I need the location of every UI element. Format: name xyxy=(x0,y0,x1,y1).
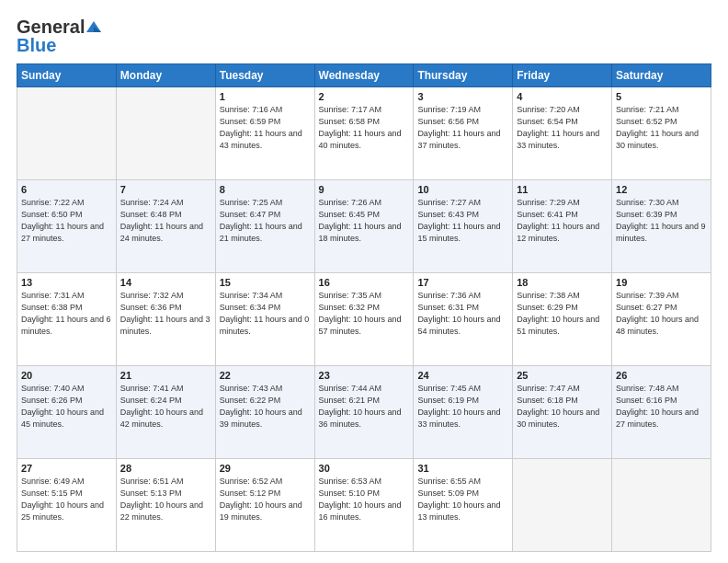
day-number: 23 xyxy=(319,370,410,381)
day-info: Sunrise: 7:41 AM Sunset: 6:24 PM Dayligh… xyxy=(120,383,211,431)
day-number: 1 xyxy=(220,91,311,102)
col-wednesday: Wednesday xyxy=(314,64,414,87)
day-number: 10 xyxy=(417,184,508,195)
day-number: 4 xyxy=(517,91,608,102)
calendar-day-cell: 8Sunrise: 7:25 AM Sunset: 6:47 PM Daylig… xyxy=(215,180,314,273)
day-number: 18 xyxy=(517,277,608,288)
day-number: 25 xyxy=(517,370,608,381)
header: General Blue xyxy=(17,17,711,54)
calendar-day-cell: 10Sunrise: 7:27 AM Sunset: 6:43 PM Dayli… xyxy=(414,180,513,273)
calendar-day-cell: 5Sunrise: 7:21 AM Sunset: 6:52 PM Daylig… xyxy=(612,87,711,180)
day-number: 13 xyxy=(21,277,112,288)
day-info: Sunrise: 7:22 AM Sunset: 6:50 PM Dayligh… xyxy=(21,197,112,245)
day-info: Sunrise: 7:32 AM Sunset: 6:36 PM Dayligh… xyxy=(120,290,211,338)
day-info: Sunrise: 7:30 AM Sunset: 6:39 PM Dayligh… xyxy=(616,197,707,245)
calendar-day-cell: 4Sunrise: 7:20 AM Sunset: 6:54 PM Daylig… xyxy=(513,87,612,180)
page: General Blue Sunday Monday Tuesday Wedne… xyxy=(0,0,728,563)
calendar-day-cell: 19Sunrise: 7:39 AM Sunset: 6:27 PM Dayli… xyxy=(612,273,711,366)
calendar-day-cell: 29Sunrise: 6:52 AM Sunset: 5:12 PM Dayli… xyxy=(215,459,314,552)
day-info: Sunrise: 7:45 AM Sunset: 6:19 PM Dayligh… xyxy=(417,383,508,431)
day-info: Sunrise: 7:29 AM Sunset: 6:41 PM Dayligh… xyxy=(517,197,608,245)
logo-line2: Blue xyxy=(17,36,56,54)
calendar-day-cell: 25Sunrise: 7:47 AM Sunset: 6:18 PM Dayli… xyxy=(513,366,612,459)
calendar-day-cell: 23Sunrise: 7:44 AM Sunset: 6:21 PM Dayli… xyxy=(314,366,414,459)
calendar-day-cell: 12Sunrise: 7:30 AM Sunset: 6:39 PM Dayli… xyxy=(612,180,711,273)
day-number: 6 xyxy=(21,184,112,195)
day-number: 16 xyxy=(319,277,410,288)
calendar-table: Sunday Monday Tuesday Wednesday Thursday… xyxy=(17,63,711,552)
calendar-day-cell: 1Sunrise: 7:16 AM Sunset: 6:59 PM Daylig… xyxy=(215,87,314,180)
day-number: 15 xyxy=(220,277,311,288)
day-number: 17 xyxy=(417,277,508,288)
day-number: 5 xyxy=(616,91,707,102)
day-info: Sunrise: 7:39 AM Sunset: 6:27 PM Dayligh… xyxy=(616,290,707,338)
day-number: 29 xyxy=(220,463,311,474)
day-number: 31 xyxy=(417,463,508,474)
day-info: Sunrise: 7:19 AM Sunset: 6:56 PM Dayligh… xyxy=(417,104,508,152)
day-number: 26 xyxy=(616,370,707,381)
day-number: 24 xyxy=(417,370,508,381)
col-tuesday: Tuesday xyxy=(215,64,314,87)
day-info: Sunrise: 7:27 AM Sunset: 6:43 PM Dayligh… xyxy=(417,197,508,245)
calendar-day-cell: 30Sunrise: 6:53 AM Sunset: 5:10 PM Dayli… xyxy=(314,459,414,552)
day-info: Sunrise: 6:55 AM Sunset: 5:09 PM Dayligh… xyxy=(417,476,508,523)
calendar-day-cell: 6Sunrise: 7:22 AM Sunset: 6:50 PM Daylig… xyxy=(17,180,117,273)
calendar-day-cell: 20Sunrise: 7:40 AM Sunset: 6:26 PM Dayli… xyxy=(17,366,117,459)
calendar-day-cell: 16Sunrise: 7:35 AM Sunset: 6:32 PM Dayli… xyxy=(314,273,414,366)
calendar-day-cell xyxy=(612,459,711,552)
calendar-day-cell: 13Sunrise: 7:31 AM Sunset: 6:38 PM Dayli… xyxy=(17,273,117,366)
day-info: Sunrise: 7:35 AM Sunset: 6:32 PM Dayligh… xyxy=(319,290,410,338)
calendar-day-cell: 15Sunrise: 7:34 AM Sunset: 6:34 PM Dayli… xyxy=(215,273,314,366)
day-number: 12 xyxy=(616,184,707,195)
day-info: Sunrise: 7:25 AM Sunset: 6:47 PM Dayligh… xyxy=(220,197,311,245)
calendar-day-cell xyxy=(17,87,117,180)
day-number: 22 xyxy=(220,370,311,381)
calendar-week-row: 6Sunrise: 7:22 AM Sunset: 6:50 PM Daylig… xyxy=(17,180,711,273)
day-number: 11 xyxy=(517,184,608,195)
calendar-day-cell: 24Sunrise: 7:45 AM Sunset: 6:19 PM Dayli… xyxy=(414,366,513,459)
day-info: Sunrise: 7:16 AM Sunset: 6:59 PM Dayligh… xyxy=(220,104,311,152)
calendar-day-cell xyxy=(513,459,612,552)
col-friday: Friday xyxy=(513,64,612,87)
calendar-day-cell: 2Sunrise: 7:17 AM Sunset: 6:58 PM Daylig… xyxy=(314,87,414,180)
calendar-day-cell: 28Sunrise: 6:51 AM Sunset: 5:13 PM Dayli… xyxy=(116,459,215,552)
calendar-day-cell: 14Sunrise: 7:32 AM Sunset: 6:36 PM Dayli… xyxy=(116,273,215,366)
day-number: 21 xyxy=(120,370,211,381)
calendar-header-row: Sunday Monday Tuesday Wednesday Thursday… xyxy=(17,64,711,87)
day-number: 27 xyxy=(21,463,112,474)
day-info: Sunrise: 7:40 AM Sunset: 6:26 PM Dayligh… xyxy=(21,383,112,431)
logo-triangle-icon xyxy=(86,19,101,38)
calendar-day-cell: 18Sunrise: 7:38 AM Sunset: 6:29 PM Dayli… xyxy=(513,273,612,366)
day-number: 8 xyxy=(220,184,311,195)
calendar-day-cell: 7Sunrise: 7:24 AM Sunset: 6:48 PM Daylig… xyxy=(116,180,215,273)
day-info: Sunrise: 7:17 AM Sunset: 6:58 PM Dayligh… xyxy=(319,104,410,152)
col-monday: Monday xyxy=(116,64,215,87)
day-info: Sunrise: 7:47 AM Sunset: 6:18 PM Dayligh… xyxy=(517,383,608,431)
day-info: Sunrise: 7:44 AM Sunset: 6:21 PM Dayligh… xyxy=(319,383,410,431)
calendar-day-cell: 26Sunrise: 7:48 AM Sunset: 6:16 PM Dayli… xyxy=(612,366,711,459)
calendar-day-cell: 17Sunrise: 7:36 AM Sunset: 6:31 PM Dayli… xyxy=(414,273,513,366)
day-number: 28 xyxy=(120,463,211,474)
day-info: Sunrise: 7:31 AM Sunset: 6:38 PM Dayligh… xyxy=(21,290,112,338)
calendar-week-row: 27Sunrise: 6:49 AM Sunset: 5:15 PM Dayli… xyxy=(17,459,711,552)
calendar-day-cell: 9Sunrise: 7:26 AM Sunset: 6:45 PM Daylig… xyxy=(314,180,414,273)
day-info: Sunrise: 7:20 AM Sunset: 6:54 PM Dayligh… xyxy=(517,104,608,152)
day-info: Sunrise: 6:51 AM Sunset: 5:13 PM Dayligh… xyxy=(120,476,211,523)
col-sunday: Sunday xyxy=(17,64,117,87)
day-info: Sunrise: 7:38 AM Sunset: 6:29 PM Dayligh… xyxy=(517,290,608,338)
day-number: 3 xyxy=(417,91,508,102)
calendar-day-cell: 11Sunrise: 7:29 AM Sunset: 6:41 PM Dayli… xyxy=(513,180,612,273)
day-info: Sunrise: 7:26 AM Sunset: 6:45 PM Dayligh… xyxy=(319,197,410,245)
calendar-day-cell xyxy=(116,87,215,180)
day-number: 20 xyxy=(21,370,112,381)
calendar-day-cell: 21Sunrise: 7:41 AM Sunset: 6:24 PM Dayli… xyxy=(116,366,215,459)
day-info: Sunrise: 7:48 AM Sunset: 6:16 PM Dayligh… xyxy=(616,383,707,431)
calendar-week-row: 13Sunrise: 7:31 AM Sunset: 6:38 PM Dayli… xyxy=(17,273,711,366)
day-number: 7 xyxy=(120,184,211,195)
day-info: Sunrise: 7:43 AM Sunset: 6:22 PM Dayligh… xyxy=(220,383,311,431)
calendar-week-row: 20Sunrise: 7:40 AM Sunset: 6:26 PM Dayli… xyxy=(17,366,711,459)
calendar-week-row: 1Sunrise: 7:16 AM Sunset: 6:59 PM Daylig… xyxy=(17,87,711,180)
day-info: Sunrise: 7:24 AM Sunset: 6:48 PM Dayligh… xyxy=(120,197,211,245)
day-info: Sunrise: 7:21 AM Sunset: 6:52 PM Dayligh… xyxy=(616,104,707,152)
day-info: Sunrise: 6:49 AM Sunset: 5:15 PM Dayligh… xyxy=(21,476,112,523)
